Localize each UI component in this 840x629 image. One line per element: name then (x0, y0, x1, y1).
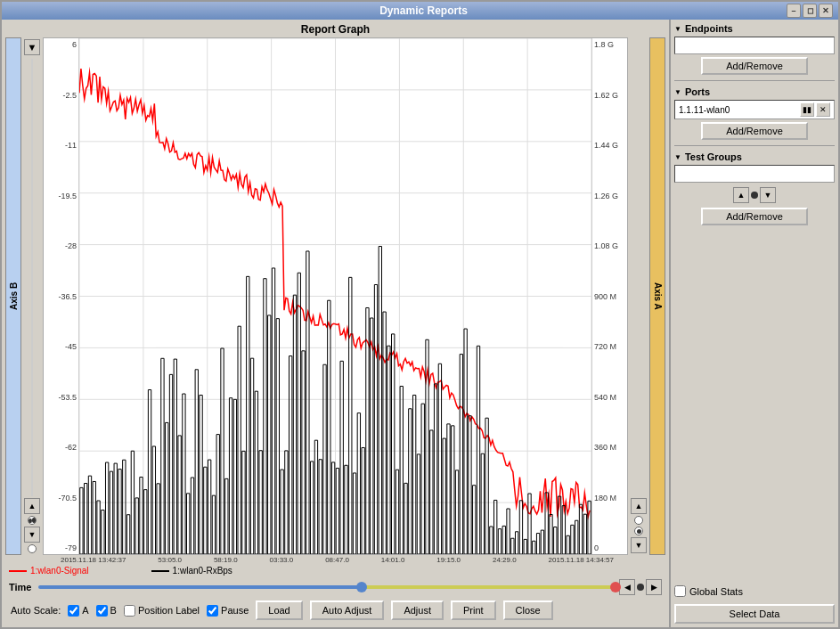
axis-b-controls: ▼ ▲ ▼ (21, 37, 43, 555)
ports-add-remove-button[interactable]: Add/Remove (701, 122, 808, 140)
pause-checkbox[interactable]: Pause (207, 605, 249, 617)
position-label-input[interactable] (124, 605, 135, 617)
legend-signal: 1:wlan0-Signal (9, 566, 89, 576)
y-left-label-8: -62 (45, 443, 77, 452)
global-stats-label: Global Stats (689, 586, 743, 597)
auto-adjust-button[interactable]: Auto Adjust (310, 600, 385, 620)
y-left-label-5: -36.5 (45, 292, 77, 301)
ports-label: Ports (685, 86, 710, 97)
ports-header: ▼ Ports (674, 86, 835, 97)
time-nav-dot (637, 584, 644, 591)
autoscale-label: Auto Scale: (11, 605, 61, 616)
y-right-label-5: 900 M (594, 292, 625, 301)
pause-input[interactable] (207, 605, 218, 617)
time-bar-row: Time ◀ ▶ (5, 577, 665, 597)
position-label-text: Position Label (138, 605, 200, 616)
y-right-label-1: 1.62 G (594, 91, 625, 100)
endpoints-add-remove-button[interactable]: Add/Remove (701, 57, 808, 75)
axis-a-up-button[interactable]: ▲ (631, 498, 647, 514)
test-groups-down-btn[interactable]: ▼ (760, 187, 776, 203)
time-label: Time (9, 582, 31, 592)
test-groups-input[interactable] (674, 165, 835, 183)
print-button[interactable]: Print (451, 600, 496, 620)
y-left-label-9: -70.5 (45, 494, 77, 502)
y-right-label-10: 0 (594, 543, 625, 552)
x-label-8: 2015.11.18 14:34:57 (549, 556, 614, 564)
test-groups-section: ▼ Test Groups ▲ ▼ Add/Remove (674, 151, 835, 225)
time-slider-thumb-left[interactable] (356, 582, 367, 592)
close-button[interactable]: Close (503, 600, 553, 620)
y-right-label-3: 1.26 G (594, 192, 625, 200)
autoscale-a-checkbox[interactable]: A (68, 605, 88, 617)
y-axis-right: 1.8 G 1.62 G 1.44 G 1.26 G 1.08 G 900 M … (591, 38, 627, 554)
axis-b-label[interactable]: Axis B (5, 37, 21, 555)
main-window: Dynamic Reports – ◻ ✕ Report Graph Axis … (0, 0, 840, 629)
graph-container: Axis B ▼ ▲ ▼ 6 -2.5 (5, 37, 665, 555)
bottom-controls: Auto Scale: A B Position Label Pause (5, 597, 665, 624)
minimize-button[interactable]: – (787, 4, 801, 18)
port-item-text: 1.1.11-wlan0 (679, 105, 798, 115)
close-window-button[interactable]: ✕ (819, 4, 833, 18)
x-axis-labels: 2015.11.18 13:42:37 53:05.0 58:19.0 03:3… (61, 556, 614, 564)
x-label-1: 53:05.0 (158, 556, 182, 564)
y-right-label-6: 720 M (594, 342, 625, 351)
test-groups-header: ▼ Test Groups (674, 151, 835, 162)
axis-b-radio2[interactable] (28, 544, 37, 553)
port-remove-button[interactable]: ✕ (816, 102, 830, 117)
y-right-label-8: 360 M (594, 443, 625, 452)
axis-b-radio[interactable] (28, 516, 37, 525)
autoscale-b-input[interactable] (96, 605, 108, 617)
x-label-6: 19:15.0 (436, 556, 461, 564)
divider-2 (674, 145, 835, 146)
y-right-label-0: 1.8 G (594, 40, 625, 49)
legend-signal-color (9, 570, 27, 572)
test-groups-add-remove-button[interactable]: Add/Remove (701, 208, 808, 225)
axis-a-radio2[interactable] (634, 527, 643, 535)
y-left-label-1: -2.5 (45, 91, 77, 100)
axis-a-label[interactable]: Axis A (649, 37, 665, 555)
adjust-button[interactable]: Adjust (391, 600, 444, 620)
test-groups-dot (751, 192, 758, 199)
y-right-label-9: 180 M (594, 494, 625, 502)
legend-rxbps: 1:wlan0-RxBps (151, 566, 232, 576)
ports-triangle: ▼ (674, 88, 681, 96)
position-label-checkbox[interactable]: Position Label (124, 605, 200, 617)
axis-b-down-button[interactable]: ▼ (24, 527, 40, 543)
right-panel-spacer (674, 229, 835, 578)
test-groups-triangle: ▼ (674, 153, 681, 161)
x-label-5: 14:01.0 (381, 556, 405, 564)
axis-b-up-button[interactable]: ▲ (24, 498, 40, 514)
global-stats-checkbox[interactable] (674, 585, 686, 597)
y-axis-left: 6 -2.5 -11 -19.5 -28 -36.5 -45 -53.5 -62… (44, 38, 79, 554)
axis-a-controls: ▲ ▼ (628, 37, 649, 555)
autoscale-a-input[interactable] (68, 605, 79, 617)
time-slider[interactable] (38, 581, 616, 593)
test-groups-up-btn[interactable]: ▲ (733, 187, 749, 203)
autoscale-a-label: A (82, 605, 88, 616)
axis-b-handle[interactable]: ▼ (24, 39, 40, 55)
endpoints-triangle: ▼ (674, 25, 681, 33)
axis-a-down-button[interactable]: ▼ (631, 537, 647, 553)
y-left-label-7: -53.5 (45, 393, 77, 402)
time-slider-track (38, 585, 616, 589)
load-button[interactable]: Load (256, 600, 302, 620)
port-pause-button[interactable]: ▮▮ (800, 102, 814, 117)
restore-button[interactable]: ◻ (803, 4, 817, 18)
legend-area: 1:wlan0-Signal 1:wlan0-RxBps (5, 564, 665, 577)
title-bar: Dynamic Reports – ◻ ✕ (2, 2, 838, 20)
axis-a-radio1[interactable] (634, 516, 643, 525)
autoscale-b-checkbox[interactable]: B (96, 605, 117, 617)
time-nav-left[interactable]: ◀ (619, 579, 635, 595)
divider-1 (674, 80, 835, 81)
legend-rxbps-label: 1:wlan0-RxBps (173, 566, 232, 576)
y-left-label-0: 6 (45, 40, 77, 49)
time-nav-right[interactable]: ▶ (646, 579, 662, 595)
time-slider-thumb-right[interactable] (610, 582, 621, 592)
main-content: Report Graph Axis B ▼ ▲ ▼ (2, 20, 838, 627)
endpoints-input[interactable] (674, 37, 835, 54)
chart-canvas-area (79, 38, 591, 554)
legend-signal-label: 1:wlan0-Signal (30, 566, 89, 576)
global-stats-row: Global Stats (674, 585, 835, 597)
y-right-label-2: 1.44 G (594, 141, 625, 150)
select-data-button[interactable]: Select Data (674, 604, 835, 624)
